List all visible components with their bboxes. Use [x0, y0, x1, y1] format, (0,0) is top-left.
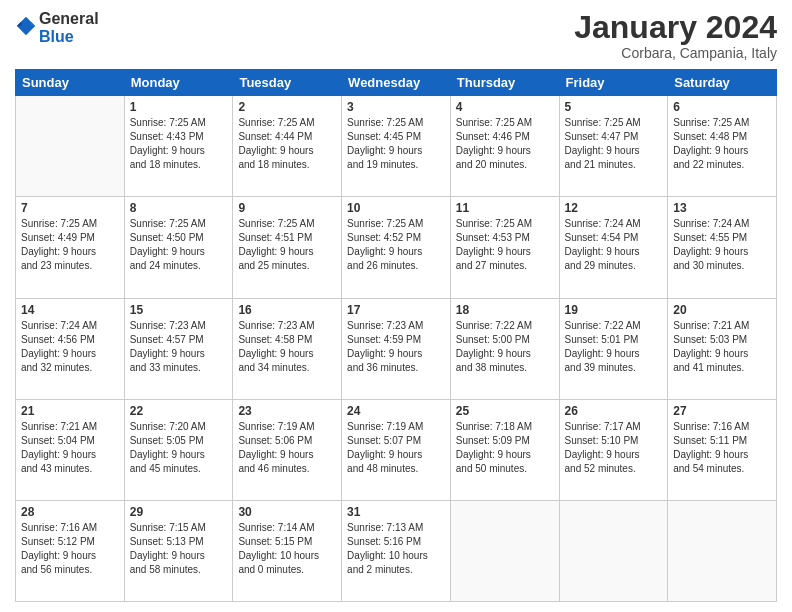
- day-info: Sunrise: 7:14 AMSunset: 5:15 PMDaylight:…: [238, 521, 336, 577]
- day-info-line: Sunset: 4:55 PM: [673, 232, 747, 243]
- day-number: 21: [21, 404, 119, 418]
- day-info: Sunrise: 7:16 AMSunset: 5:11 PMDaylight:…: [673, 420, 771, 476]
- day-info-line: Daylight: 9 hours: [673, 145, 748, 156]
- day-info-line: Sunset: 4:49 PM: [21, 232, 95, 243]
- calendar-cell-week4-day4: 25Sunrise: 7:18 AMSunset: 5:09 PMDayligh…: [450, 399, 559, 500]
- day-info: Sunrise: 7:25 AMSunset: 4:49 PMDaylight:…: [21, 217, 119, 273]
- day-info-line: Sunset: 5:05 PM: [130, 435, 204, 446]
- day-number: 2: [238, 100, 336, 114]
- day-info: Sunrise: 7:19 AMSunset: 5:06 PMDaylight:…: [238, 420, 336, 476]
- day-info: Sunrise: 7:19 AMSunset: 5:07 PMDaylight:…: [347, 420, 445, 476]
- calendar-cell-week5-day4: [450, 500, 559, 601]
- day-info-line: Sunset: 5:11 PM: [673, 435, 747, 446]
- day-info-line: and 20 minutes.: [456, 159, 527, 170]
- day-number: 27: [673, 404, 771, 418]
- day-info-line: Daylight: 9 hours: [347, 246, 422, 257]
- day-info: Sunrise: 7:24 AMSunset: 4:54 PMDaylight:…: [565, 217, 663, 273]
- day-info-line: Sunset: 4:57 PM: [130, 334, 204, 345]
- day-number: 13: [673, 201, 771, 215]
- day-number: 25: [456, 404, 554, 418]
- day-info-line: Sunrise: 7:25 AM: [565, 117, 641, 128]
- day-info-line: and 34 minutes.: [238, 362, 309, 373]
- day-info-line: Daylight: 9 hours: [565, 348, 640, 359]
- calendar-cell-week1-day0: [16, 96, 125, 197]
- day-info-line: Sunrise: 7:24 AM: [673, 218, 749, 229]
- calendar-cell-week1-day6: 6Sunrise: 7:25 AMSunset: 4:48 PMDaylight…: [668, 96, 777, 197]
- day-info: Sunrise: 7:17 AMSunset: 5:10 PMDaylight:…: [565, 420, 663, 476]
- day-number: 9: [238, 201, 336, 215]
- day-info-line: Daylight: 9 hours: [130, 449, 205, 460]
- day-info-line: and 52 minutes.: [565, 463, 636, 474]
- day-info-line: Sunset: 5:01 PM: [565, 334, 639, 345]
- calendar-cell-week2-day2: 9Sunrise: 7:25 AMSunset: 4:51 PMDaylight…: [233, 197, 342, 298]
- calendar-week-row-1: 1Sunrise: 7:25 AMSunset: 4:43 PMDaylight…: [16, 96, 777, 197]
- day-info-line: Daylight: 9 hours: [130, 550, 205, 561]
- day-info-line: and 18 minutes.: [130, 159, 201, 170]
- day-number: 3: [347, 100, 445, 114]
- day-info-line: Daylight: 9 hours: [456, 145, 531, 156]
- calendar-cell-week5-day6: [668, 500, 777, 601]
- day-info-line: Sunset: 5:10 PM: [565, 435, 639, 446]
- header: General Blue January 2024 Corbara, Campa…: [15, 10, 777, 61]
- day-info-line: and 39 minutes.: [565, 362, 636, 373]
- day-info-line: and 56 minutes.: [21, 564, 92, 575]
- col-header-thursday: Thursday: [450, 70, 559, 96]
- day-number: 20: [673, 303, 771, 317]
- calendar-cell-week3-day0: 14Sunrise: 7:24 AMSunset: 4:56 PMDayligh…: [16, 298, 125, 399]
- calendar-cell-week4-day3: 24Sunrise: 7:19 AMSunset: 5:07 PMDayligh…: [342, 399, 451, 500]
- day-info-line: Sunrise: 7:25 AM: [347, 117, 423, 128]
- col-header-friday: Friday: [559, 70, 668, 96]
- day-info-line: and 50 minutes.: [456, 463, 527, 474]
- col-header-monday: Monday: [124, 70, 233, 96]
- day-info: Sunrise: 7:23 AMSunset: 4:58 PMDaylight:…: [238, 319, 336, 375]
- day-info-line: Sunrise: 7:25 AM: [238, 117, 314, 128]
- day-number: 17: [347, 303, 445, 317]
- day-info-line: Daylight: 9 hours: [21, 550, 96, 561]
- day-info: Sunrise: 7:25 AMSunset: 4:44 PMDaylight:…: [238, 116, 336, 172]
- calendar-cell-week2-day4: 11Sunrise: 7:25 AMSunset: 4:53 PMDayligh…: [450, 197, 559, 298]
- day-number: 28: [21, 505, 119, 519]
- day-info-line: Sunrise: 7:22 AM: [565, 320, 641, 331]
- day-info-line: and 41 minutes.: [673, 362, 744, 373]
- calendar-cell-week4-day1: 22Sunrise: 7:20 AMSunset: 5:05 PMDayligh…: [124, 399, 233, 500]
- day-info-line: and 27 minutes.: [456, 260, 527, 271]
- day-info: Sunrise: 7:25 AMSunset: 4:45 PMDaylight:…: [347, 116, 445, 172]
- logo-blue-text: Blue: [39, 28, 99, 46]
- day-info-line: Sunrise: 7:25 AM: [456, 117, 532, 128]
- day-info-line: Sunrise: 7:25 AM: [130, 218, 206, 229]
- calendar-cell-week1-day2: 2Sunrise: 7:25 AMSunset: 4:44 PMDaylight…: [233, 96, 342, 197]
- day-number: 8: [130, 201, 228, 215]
- day-number: 6: [673, 100, 771, 114]
- day-info: Sunrise: 7:25 AMSunset: 4:46 PMDaylight:…: [456, 116, 554, 172]
- calendar-cell-week2-day0: 7Sunrise: 7:25 AMSunset: 4:49 PMDaylight…: [16, 197, 125, 298]
- day-info-line: Sunrise: 7:16 AM: [673, 421, 749, 432]
- day-info: Sunrise: 7:25 AMSunset: 4:48 PMDaylight:…: [673, 116, 771, 172]
- day-info-line: Sunset: 4:53 PM: [456, 232, 530, 243]
- day-info-line: and 0 minutes.: [238, 564, 304, 575]
- calendar-cell-week1-day4: 4Sunrise: 7:25 AMSunset: 4:46 PMDaylight…: [450, 96, 559, 197]
- day-number: 16: [238, 303, 336, 317]
- day-info: Sunrise: 7:13 AMSunset: 5:16 PMDaylight:…: [347, 521, 445, 577]
- day-info-line: Sunset: 4:47 PM: [565, 131, 639, 142]
- day-info-line: Sunset: 5:04 PM: [21, 435, 95, 446]
- day-info-line: Sunrise: 7:22 AM: [456, 320, 532, 331]
- day-info-line: Daylight: 10 hours: [347, 550, 428, 561]
- day-info: Sunrise: 7:23 AMSunset: 4:57 PMDaylight:…: [130, 319, 228, 375]
- logo-icon: [15, 15, 37, 37]
- calendar-cell-week3-day4: 18Sunrise: 7:22 AMSunset: 5:00 PMDayligh…: [450, 298, 559, 399]
- day-info-line: Daylight: 9 hours: [347, 449, 422, 460]
- day-info-line: Daylight: 9 hours: [238, 348, 313, 359]
- day-info-line: Daylight: 9 hours: [238, 449, 313, 460]
- day-info-line: Daylight: 9 hours: [673, 246, 748, 257]
- day-info-line: Daylight: 9 hours: [238, 246, 313, 257]
- day-info-line: Sunset: 4:54 PM: [565, 232, 639, 243]
- page: General Blue January 2024 Corbara, Campa…: [0, 0, 792, 612]
- day-info-line: Sunrise: 7:19 AM: [238, 421, 314, 432]
- calendar-cell-week2-day3: 10Sunrise: 7:25 AMSunset: 4:52 PMDayligh…: [342, 197, 451, 298]
- logo-text: General Blue: [39, 10, 99, 45]
- day-number: 23: [238, 404, 336, 418]
- title-area: January 2024 Corbara, Campania, Italy: [574, 10, 777, 61]
- day-info-line: Sunrise: 7:17 AM: [565, 421, 641, 432]
- calendar-cell-week5-day2: 30Sunrise: 7:14 AMSunset: 5:15 PMDayligh…: [233, 500, 342, 601]
- day-info: Sunrise: 7:25 AMSunset: 4:52 PMDaylight:…: [347, 217, 445, 273]
